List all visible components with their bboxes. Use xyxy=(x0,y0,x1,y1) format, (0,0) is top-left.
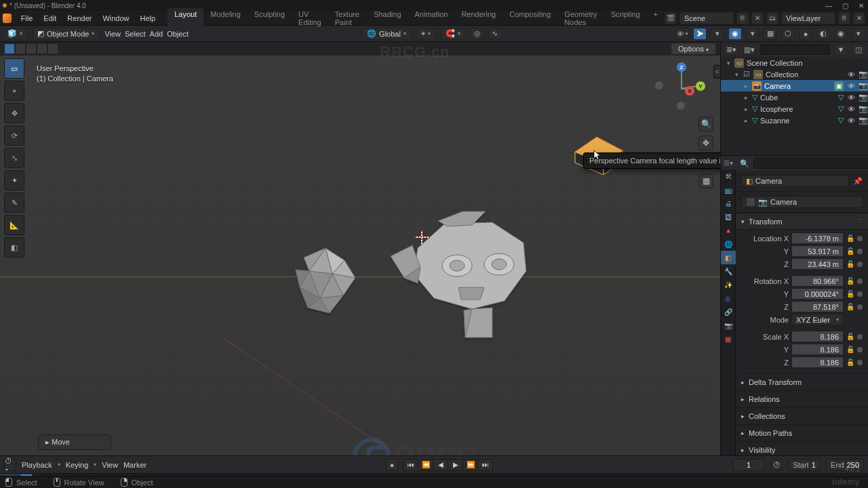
menu-render[interactable]: Render xyxy=(62,12,97,24)
navgizmo-neg-y[interactable] xyxy=(655,81,663,89)
tab-rendering[interactable]: Rendering xyxy=(454,8,502,28)
play-button[interactable]: ▶ xyxy=(448,459,463,471)
timeline-view-menu[interactable]: View xyxy=(102,461,118,469)
tool-transform[interactable]: ✦ xyxy=(4,170,24,190)
tool-add-cube[interactable]: ◧ xyxy=(4,237,24,258)
lock-icon[interactable]: 🔓 xyxy=(846,290,854,298)
suzanne-object[interactable] xyxy=(391,209,540,344)
gizmo-options[interactable]: ▾ xyxy=(711,28,724,40)
overlay-options[interactable]: ▾ xyxy=(746,28,760,40)
hide-icon[interactable]: 👁 xyxy=(846,105,856,113)
nav-persp-icon[interactable]: ▦ xyxy=(698,174,713,188)
proptab-output[interactable]: 🖨 xyxy=(721,197,736,210)
anim-dot[interactable] xyxy=(857,334,863,340)
scene-browse-icon[interactable]: 🎬 xyxy=(665,12,677,24)
start-frame-field[interactable]: Start1 xyxy=(788,459,821,471)
tool-select-box[interactable]: ▭ xyxy=(4,58,24,79)
section-motion-paths[interactable]: ▸Motion Paths xyxy=(736,424,868,441)
hide-icon[interactable]: 👁 xyxy=(846,70,856,79)
section-transform-head[interactable]: ▾Transform∷ xyxy=(736,213,868,230)
proptab-constraints[interactable]: 🔗 xyxy=(721,305,736,319)
section-visibility[interactable]: ▸Visibility xyxy=(736,441,868,455)
nav-gizmo[interactable]: Z X Y xyxy=(658,62,705,110)
object-menu[interactable]: Object xyxy=(167,30,189,38)
mode-dropdown[interactable]: ◩Object Mode▾ xyxy=(33,28,100,40)
overlays-toggle[interactable]: ◉ xyxy=(728,28,742,40)
tab-geometry-nodes[interactable]: Geometry Nodes xyxy=(557,8,604,28)
tab-modeling[interactable]: Modeling xyxy=(203,8,248,28)
timeline-marker-menu[interactable]: Marker xyxy=(123,461,146,469)
select-menu[interactable]: Select xyxy=(125,30,146,38)
outliner-item-suzanne[interactable]: ▸▽ Suzanne ▽ 👁📷 xyxy=(721,115,868,126)
shading-options[interactable]: ▾ xyxy=(852,28,865,40)
render-toggle-icon[interactable]: 📷 xyxy=(859,93,868,102)
select-mode-box[interactable] xyxy=(15,43,26,54)
timeline-playback-menu[interactable]: Playback xyxy=(22,461,52,469)
proptab-particles[interactable]: ✨ xyxy=(721,278,736,291)
scene-delete-button[interactable]: ✕ xyxy=(751,12,764,24)
render-toggle-icon[interactable]: 📷 xyxy=(859,104,868,113)
section-collections[interactable]: ▸Collections xyxy=(736,407,868,424)
anim-dot[interactable] xyxy=(857,236,863,241)
outliner-scene-collection[interactable]: ▾▭ Scene Collection xyxy=(721,57,868,68)
outliner-item-cube[interactable]: ▸▽ Cube ▽ 👁📷 xyxy=(721,92,868,103)
tab-compositing[interactable]: Compositing xyxy=(502,8,557,28)
tool-cursor[interactable]: ⌖ xyxy=(4,81,24,101)
select-mode-extra[interactable] xyxy=(47,43,58,54)
outliner-item-camera[interactable]: ▸📷 Camera ▣ 👁📷 xyxy=(721,80,868,92)
tool-rotate[interactable]: ⟳ xyxy=(4,125,24,146)
field-location-y[interactable]: 53.917 m xyxy=(791,245,844,257)
tab-shading[interactable]: Shading xyxy=(367,8,408,28)
proptab-render[interactable]: 📺 xyxy=(721,183,736,197)
outliner-display-dropdown[interactable]: ▥▾ xyxy=(743,43,756,56)
nav-zoom-icon[interactable]: 🔍 xyxy=(698,117,713,131)
jump-end-button[interactable]: ⏭ xyxy=(478,459,493,471)
field-location-x[interactable]: -6.1378 m xyxy=(791,232,844,244)
autokey-record-button[interactable]: ● xyxy=(386,459,398,471)
shading-solid[interactable]: ● xyxy=(799,28,812,40)
visibility-dropdown[interactable]: 👁▾ xyxy=(675,28,689,40)
anim-dot[interactable] xyxy=(857,360,863,365)
pivot-dropdown[interactable]: ⌖▾ xyxy=(416,28,437,40)
outliner-search-input[interactable] xyxy=(760,44,830,55)
lock-icon[interactable]: 🔓 xyxy=(846,359,854,366)
hide-icon[interactable]: 👁 xyxy=(846,117,856,125)
navgizmo-x[interactable]: X xyxy=(685,86,694,96)
menu-edit[interactable]: Edit xyxy=(38,12,62,24)
field-rotation-y[interactable]: 0.000024° xyxy=(791,288,844,300)
editor-type-dropdown[interactable]: 🧊▾ xyxy=(3,28,28,40)
render-toggle-icon[interactable]: 📷 xyxy=(859,116,868,125)
play-reverse-button[interactable]: ◀ xyxy=(433,459,448,471)
pin-icon[interactable]: 📌 xyxy=(853,177,863,186)
add-menu[interactable]: Add xyxy=(150,30,163,38)
lock-icon[interactable]: 🔓 xyxy=(846,346,854,353)
proptab-world[interactable]: 🌐 xyxy=(721,237,736,251)
proptab-texture[interactable]: ▦ xyxy=(721,332,736,346)
tool-move[interactable]: ✥ xyxy=(4,103,24,123)
xray-toggle[interactable]: ▦ xyxy=(764,28,777,40)
select-mode-circle[interactable] xyxy=(26,43,37,54)
n-panel-handle[interactable]: < xyxy=(713,65,720,79)
tool-measure[interactable]: 📐 xyxy=(4,215,24,235)
anim-dot[interactable] xyxy=(857,249,863,254)
lock-icon[interactable]: 🔓 xyxy=(846,303,854,310)
outliner-tree[interactable]: ▾▭ Scene Collection ▾☑▭ Collection 👁📷 ▸📷… xyxy=(721,57,868,155)
proptab-tool[interactable]: 🛠 xyxy=(721,169,736,183)
hide-icon[interactable]: 👁 xyxy=(846,82,856,90)
viewlayer-new-button[interactable]: ⎘ xyxy=(838,12,850,24)
tab-add-workspace[interactable]: + xyxy=(647,8,665,28)
keyframe-prev-button[interactable]: ⏪ xyxy=(418,459,433,471)
tab-uv-editing[interactable]: UV Editing xyxy=(292,8,328,28)
section-relations[interactable]: ▸Relations xyxy=(736,390,868,407)
viewlayer-field[interactable]: ViewLayer xyxy=(781,12,835,24)
anim-dot[interactable] xyxy=(857,304,863,310)
keyframe-next-button[interactable]: ⏩ xyxy=(463,459,478,471)
tool-scale[interactable]: ⤡ xyxy=(4,148,24,168)
render-toggle-icon[interactable]: 📷 xyxy=(859,70,868,79)
snap-dropdown[interactable]: 🧲▾ xyxy=(441,28,467,40)
anim-dot[interactable] xyxy=(857,279,863,284)
proptab-modifiers[interactable]: 🔧 xyxy=(721,264,736,278)
field-scale-y[interactable]: 8.186 xyxy=(791,344,844,355)
select-mode-tweak[interactable] xyxy=(4,43,15,54)
proptab-scene[interactable]: 🔺 xyxy=(721,224,736,237)
